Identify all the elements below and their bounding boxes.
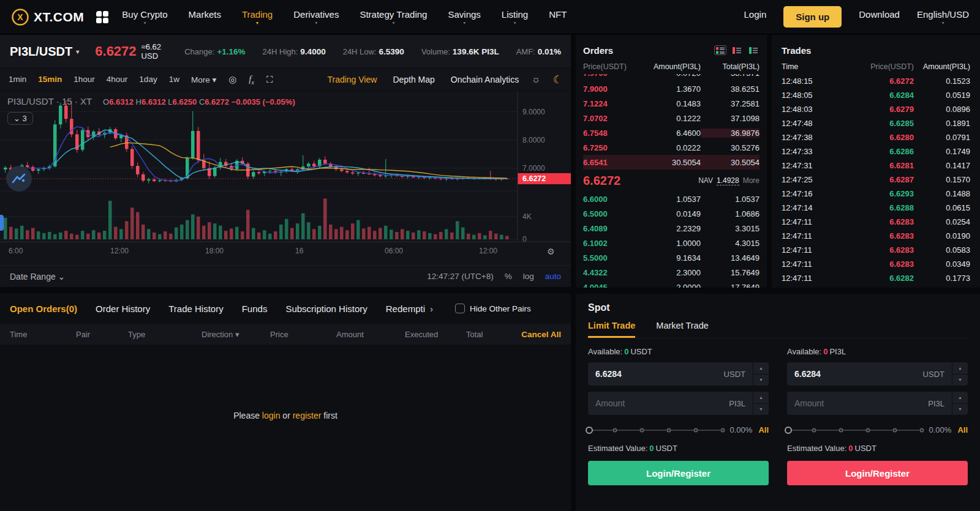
order-book-row[interactable]: 6.72500.022230.5276 — [583, 140, 760, 155]
price-step-down-icon[interactable]: ▼ — [952, 375, 968, 386]
timeframe-4hour[interactable]: 4hour — [107, 75, 128, 84]
trade-row[interactable]: 12:47:256.62870.1570 — [782, 173, 970, 187]
panel-toggle-tab[interactable] — [0, 215, 4, 231]
locale-selector[interactable]: English/USD▾ — [917, 9, 969, 25]
slider-all-button[interactable]: All — [957, 425, 968, 435]
price-step-up-icon[interactable]: ▲ — [952, 362, 968, 375]
price-input[interactable]: 6.6284USDT — [588, 362, 753, 386]
trade-row[interactable]: 12:48:156.62720.1523 — [782, 74, 970, 88]
order-book-row[interactable]: 6.60001.05371.0537 — [583, 192, 760, 206]
trade-row[interactable]: 12:47:166.62930.1488 — [782, 187, 970, 201]
percent-slider[interactable] — [588, 426, 723, 435]
order-book-row[interactable]: 4.43222.300015.7649 — [583, 265, 760, 280]
timeframe-more[interactable]: More ▾ — [191, 75, 216, 84]
price-step-down-icon[interactable]: ▼ — [753, 375, 769, 386]
timeframe-1min[interactable]: 1min — [9, 75, 26, 84]
fullscreen-icon[interactable]: ⛶ — [266, 74, 273, 85]
order-book-row[interactable]: 7.12240.148337.2581 — [583, 96, 760, 111]
candlestick-chart[interactable]: 9.00008.00007.00004K06.62726:0012:0018:0… — [0, 91, 571, 265]
amount-step-down-icon[interactable]: ▼ — [952, 404, 968, 416]
legend-collapse-button[interactable]: ⌄ 3 — [7, 112, 33, 125]
nav-item-savings[interactable]: Savings▾ — [448, 9, 480, 25]
chart-settings-gear-icon[interactable]: ⚙ — [547, 247, 555, 256]
log-scale-toggle[interactable]: log — [523, 272, 534, 281]
trade-row[interactable]: 12:47:116.62830.0190 — [782, 229, 970, 243]
column-header-direction[interactable]: Direction ▾ — [202, 330, 270, 339]
pair-selector[interactable]: PI3L/USDT▾ — [10, 45, 79, 59]
fx-indicator-icon[interactable]: fx — [249, 74, 254, 86]
order-book-row[interactable]: 7.90001.367038.6251 — [583, 81, 760, 96]
percent-scale-toggle[interactable]: % — [505, 272, 512, 281]
order-book-row[interactable]: 6.50000.01491.0686 — [583, 206, 760, 221]
dark-theme-icon[interactable]: ☾ — [553, 73, 562, 86]
order-book-last-price[interactable]: 6.6272 — [583, 174, 620, 188]
nav-item-strategy-trading[interactable]: Strategy Trading▾ — [360, 9, 427, 25]
hide-other-pairs-checkbox[interactable] — [455, 304, 465, 313]
sell-login-register-button[interactable]: Login/Register — [787, 461, 968, 485]
timeframe-15min[interactable]: 15min — [38, 75, 62, 84]
orderbook-view-sells-icon[interactable] — [731, 45, 743, 55]
slider-handle[interactable] — [785, 427, 792, 434]
tab-order-history[interactable]: Order History — [96, 304, 150, 314]
download-link[interactable]: Download▾ — [859, 9, 900, 25]
timeframe-1hour[interactable]: 1hour — [74, 75, 95, 84]
order-book-row[interactable]: 7.97000.072038.7571 — [583, 74, 760, 80]
slider-stop[interactable] — [839, 428, 843, 432]
trade-row[interactable]: 12:47:116.62820.1773 — [782, 271, 970, 281]
order-book-row[interactable]: 6.654130.505430.5054 — [583, 155, 760, 170]
trade-row[interactable]: 12:47:336.62860.1749 — [782, 144, 970, 159]
timeframe-1day[interactable]: 1day — [139, 75, 157, 84]
buy-login-register-button[interactable]: Login/Register — [588, 461, 769, 485]
slider-stop[interactable] — [693, 428, 698, 432]
xt-logo[interactable]: X XT.COM — [11, 8, 84, 26]
auto-scale-toggle[interactable]: auto — [545, 272, 561, 281]
price-input[interactable]: 6.6284USDT — [787, 362, 952, 386]
slider-handle[interactable] — [586, 427, 593, 434]
spot-tab-limit-trade[interactable]: Limit Trade — [588, 321, 635, 338]
slider-stop[interactable] — [720, 428, 725, 432]
apps-grid-icon[interactable] — [96, 11, 108, 23]
view-tab-trading-view[interactable]: Trading View — [327, 75, 377, 84]
spot-tab-market-trade[interactable]: Market Trade — [656, 321, 708, 338]
slider-stop[interactable] — [919, 428, 924, 432]
hide-other-pairs-toggle[interactable]: Hide Other Pairs — [455, 304, 531, 313]
trade-row[interactable]: 12:48:056.62840.0519 — [782, 88, 970, 102]
order-book-row[interactable]: 6.10021.00004.3015 — [583, 236, 760, 250]
trade-row[interactable]: 12:47:116.62830.0349 — [782, 257, 970, 271]
nav-value[interactable]: 1.4928 — [717, 176, 739, 185]
tab-trade-history[interactable]: Trade History — [168, 304, 223, 314]
amount-step-down-icon[interactable]: ▼ — [753, 404, 769, 416]
tab-subscription-history[interactable]: Subscription History — [285, 304, 367, 314]
login-link[interactable]: Login▾ — [744, 9, 767, 25]
indicator-settings-icon[interactable]: ◎ — [228, 74, 236, 85]
trade-row[interactable]: 12:47:116.62830.0583 — [782, 243, 970, 257]
orderbook-view-combined-icon[interactable] — [714, 45, 726, 55]
register-inline-link[interactable]: register — [293, 411, 322, 420]
amount-input[interactable]: AmountPI3L — [787, 392, 952, 415]
nav-item-nft[interactable]: NFT▾ — [549, 9, 567, 25]
nav-item-listing[interactable]: Listing▾ — [502, 9, 528, 25]
light-theme-icon[interactable]: ☼ — [531, 73, 541, 86]
signup-button[interactable]: Sign up — [783, 6, 842, 28]
tab-open-orders-0-[interactable]: Open Orders(0) — [10, 304, 77, 314]
trade-row[interactable]: 12:47:146.62880.0615 — [782, 201, 970, 215]
order-book-row[interactable]: 4.00452.000017.7649 — [583, 280, 760, 288]
trade-row[interactable]: 12:47:486.62850.1891 — [782, 116, 970, 130]
cancel-all-button[interactable]: Cancel All — [521, 330, 561, 339]
trade-row[interactable]: 12:47:316.62810.1417 — [782, 159, 970, 173]
slider-stop[interactable] — [666, 428, 671, 432]
nav-item-trading[interactable]: Trading▾ — [242, 9, 273, 25]
nav-item-buy-crypto[interactable]: Buy Crypto▾ — [122, 9, 167, 25]
order-book-row[interactable]: 7.07020.122237.1098 — [583, 111, 760, 125]
view-tab-depth-map[interactable]: Depth Map — [393, 75, 434, 84]
tabs-scroll-chevron-icon[interactable]: › — [430, 304, 433, 314]
orderbook-view-buys-icon[interactable] — [747, 45, 760, 55]
slider-stop[interactable] — [865, 428, 870, 432]
login-inline-link[interactable]: login — [262, 411, 281, 420]
price-step-up-icon[interactable]: ▲ — [753, 362, 769, 375]
slider-stop[interactable] — [612, 428, 617, 432]
order-book-row[interactable]: 5.50009.163413.4649 — [583, 250, 760, 265]
percent-slider[interactable] — [787, 426, 922, 435]
order-book-row[interactable]: 6.75486.460036.9876 — [583, 125, 760, 140]
trade-row[interactable]: 12:48:036.62790.0896 — [782, 102, 970, 116]
